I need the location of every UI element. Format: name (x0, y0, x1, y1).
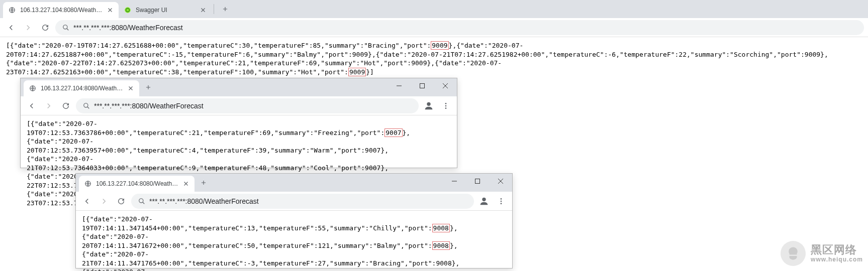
menu-button[interactable] (439, 99, 453, 113)
svg-point-16 (501, 200, 502, 202)
svg-point-1 (125, 7, 131, 13)
svg-point-8 (445, 103, 447, 104)
forward-button[interactable] (42, 99, 56, 113)
browser-window-main: 106.13.227.104:8080/WeatherF Swagger UI … (0, 0, 868, 80)
close-icon[interactable] (182, 180, 189, 187)
window-controls (443, 174, 512, 189)
watermark: 黑区网络 www.heiqu.com (781, 241, 863, 266)
json-fragment: [{"date":"2020-07-19T07:14:27.6251688+00… (6, 42, 431, 49)
port-highlight: 9008 (432, 224, 450, 232)
reload-button[interactable] (59, 99, 73, 113)
address-bar[interactable]: ***.**.***.***:8080/WeatherForecast (76, 98, 419, 113)
tab-strip: 106.13.227.104:8080/WeatherF (21, 78, 457, 96)
svg-point-15 (501, 198, 502, 200)
svg-point-14 (482, 197, 486, 201)
tab-weather[interactable]: 106.13.227.104:8080/WeatherF (79, 176, 195, 192)
svg-point-17 (501, 203, 502, 204)
watermark-url: www.heiqu.com (811, 256, 863, 263)
reload-button[interactable] (114, 194, 128, 208)
close-icon[interactable] (200, 7, 207, 14)
globe-icon (29, 84, 37, 92)
port-highlight: 9009 (431, 41, 448, 50)
back-button[interactable] (25, 99, 39, 113)
minimize-button[interactable] (443, 174, 466, 189)
tab-title: 106.13.227.104:8080/WeatherF (41, 85, 123, 92)
tab-title: 106.13.227.104:8080/WeatherF (96, 180, 178, 187)
svg-point-9 (445, 105, 447, 106)
forward-button[interactable] (21, 21, 35, 35)
json-fragment: [{"date":"2020-07-19T07:12:53.7363786+00… (27, 120, 384, 137)
tab-strip: 106.13.227.104:8080/WeatherF (76, 174, 512, 192)
new-tab-button[interactable] (141, 80, 155, 94)
new-tab-button[interactable] (218, 2, 232, 16)
reload-button[interactable] (38, 21, 52, 35)
url-text: ***.**.***.***:8080/WeatherForecast (94, 102, 412, 110)
tab-weather[interactable]: 106.13.227.104:8080/WeatherF (24, 80, 139, 96)
address-bar[interactable]: ***.**.***.***:8080/WeatherForecast (55, 20, 864, 35)
json-fragment: }] (366, 68, 374, 76)
globe-icon (8, 6, 16, 14)
url-text: ***.**.***.***:8080/WeatherForecast (149, 197, 467, 205)
close-icon[interactable] (127, 85, 134, 92)
toolbar: ***.**.***.***:8080/WeatherForecast (76, 192, 512, 211)
port-highlight: 9007 (384, 128, 402, 137)
svg-point-3 (63, 25, 67, 29)
new-tab-button[interactable] (197, 176, 211, 190)
tab-title: 106.13.227.104:8080/WeatherF (20, 7, 103, 14)
watermark-icon (781, 241, 806, 266)
watermark-title: 黑区网络 (811, 244, 863, 256)
swagger-icon (124, 6, 132, 14)
port-highlight: 9008 (432, 241, 450, 250)
back-button[interactable] (80, 194, 94, 208)
page-content: [{"date":"2020-07-19T07:14:11.3471454+00… (76, 211, 503, 271)
tab-strip-main: 106.13.227.104:8080/WeatherF Swagger UI (0, 0, 868, 18)
browser-window-2: 106.13.227.104:8080/WeatherF ***.**.***.… (20, 78, 457, 168)
port-highlight: 9009 (348, 68, 366, 76)
close-icon[interactable] (107, 7, 114, 14)
svg-rect-12 (475, 179, 480, 184)
svg-rect-5 (420, 84, 425, 88)
close-window-button[interactable] (489, 174, 512, 189)
toolbar: ***.**.***.***:8080/WeatherForecast (0, 18, 868, 37)
back-button[interactable] (4, 21, 18, 35)
svg-point-6 (84, 103, 88, 107)
search-icon (138, 198, 145, 205)
tab-weather[interactable]: 106.13.227.104:8080/WeatherF (3, 2, 119, 18)
tab-title: Swagger UI (136, 7, 196, 14)
maximize-button[interactable] (411, 78, 434, 93)
minimize-button[interactable] (388, 78, 411, 93)
url-text: ***.**.***.***:8080/WeatherForecast (73, 24, 857, 32)
globe-icon (84, 180, 92, 188)
svg-point-10 (445, 107, 447, 109)
search-icon (83, 102, 90, 109)
tab-divider (214, 4, 214, 14)
tab-swagger[interactable]: Swagger UI (119, 2, 212, 18)
window-controls (388, 78, 457, 93)
svg-point-7 (427, 102, 430, 105)
svg-point-13 (139, 198, 143, 202)
search-icon (62, 24, 69, 31)
browser-window-3: 106.13.227.104:8080/WeatherF ***.**.***.… (75, 173, 513, 268)
page-content: [{"date":"2020-07-19T07:14:27.6251688+00… (0, 37, 864, 80)
maximize-button[interactable] (466, 174, 489, 189)
address-bar[interactable]: ***.**.***.***:8080/WeatherForecast (131, 194, 474, 209)
forward-button[interactable] (97, 194, 111, 208)
menu-button[interactable] (494, 194, 508, 208)
profile-avatar[interactable] (422, 99, 436, 113)
profile-avatar[interactable] (477, 194, 491, 208)
toolbar: ***.**.***.***:8080/WeatherForecast (21, 96, 457, 115)
json-fragment: [{"date":"2020-07-19T07:14:11.3471454+00… (82, 215, 432, 232)
close-window-button[interactable] (434, 78, 457, 93)
